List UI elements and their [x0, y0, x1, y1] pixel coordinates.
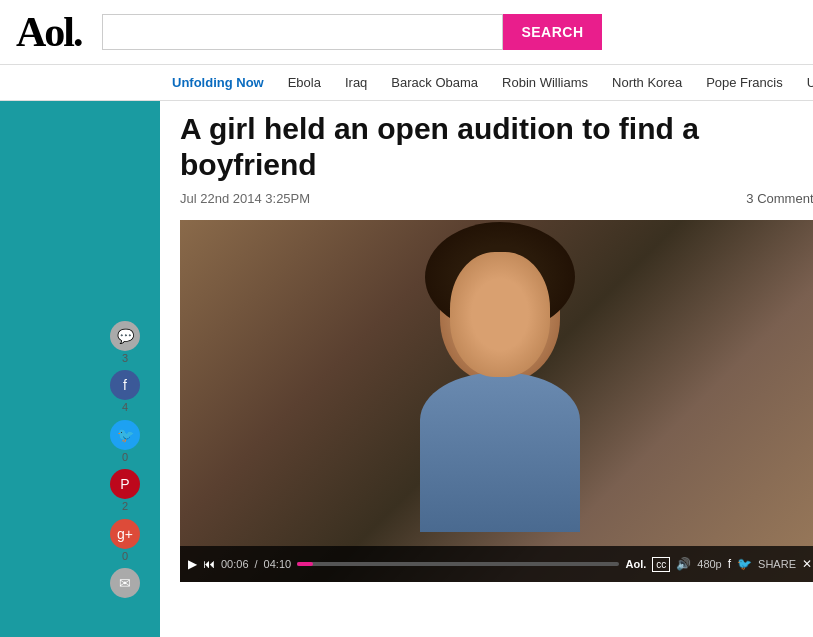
nav-bar: Unfolding NowEbolaIraqBarack ObamaRobin … [0, 65, 813, 101]
search-button[interactable]: SEARCH [503, 14, 601, 50]
nav-item-uber[interactable]: Uber [795, 65, 813, 101]
nav-item-iraq[interactable]: Iraq [333, 65, 379, 101]
nav-item-pope-francis[interactable]: Pope Francis [694, 65, 795, 101]
skip-back-button[interactable]: ⏮ [203, 557, 215, 571]
search-bar: SEARCH [102, 14, 602, 50]
cc-button[interactable]: cc [652, 557, 670, 572]
fullscreen-button[interactable]: ✕ [802, 557, 812, 571]
comment-count: 3 [122, 351, 128, 366]
content-wrapper: 💬 3 f 4 🐦 0 P 2 g+ 0 ✉ A girl held an op… [0, 101, 813, 637]
article-comments[interactable]: 3 Comments [746, 191, 813, 206]
current-time: 00:06 [221, 558, 249, 570]
twitter-share-icon[interactable]: 🐦 [737, 557, 752, 571]
pinterest-icon[interactable]: P [110, 469, 140, 499]
twitter-icon[interactable]: 🐦 [110, 420, 140, 450]
volume-icon[interactable]: 🔊 [676, 557, 691, 571]
google-count: 0 [122, 549, 128, 564]
nav-item-robin-williams[interactable]: Robin Williams [490, 65, 600, 101]
nav-item-barack-obama[interactable]: Barack Obama [379, 65, 490, 101]
social-sidebar: 💬 3 f 4 🐦 0 P 2 g+ 0 ✉ [110, 321, 140, 598]
nav-item-unfolding-now[interactable]: Unfolding Now [160, 65, 276, 101]
quality-label[interactable]: 480p [697, 558, 721, 570]
aol-watermark: Aol. [625, 558, 646, 570]
facebook-social-wrap: f 4 [110, 370, 140, 415]
google-social-wrap: g+ 0 [110, 519, 140, 564]
header: Aol. SEARCH [0, 0, 813, 65]
pinterest-count: 2 [122, 499, 128, 514]
video-container[interactable]: ▶ ⏮ 00:06 / 04:10 Aol. cc 🔊 480p f 🐦 SHA… [180, 220, 813, 582]
video-background [180, 220, 813, 582]
pinterest-social-wrap: P 2 [110, 469, 140, 514]
nav-item-north-korea[interactable]: North Korea [600, 65, 694, 101]
person-face [450, 252, 550, 377]
facebook-share-icon[interactable]: f [728, 557, 731, 571]
play-button[interactable]: ▶ [188, 557, 197, 571]
facebook-count: 4 [122, 400, 128, 415]
nav-item-ebola[interactable]: Ebola [276, 65, 333, 101]
comment-social-wrap: 💬 3 [110, 321, 140, 366]
email-social-wrap: ✉ [110, 568, 140, 598]
main-article: A girl held an open audition to find a b… [160, 101, 813, 637]
person-head [440, 242, 560, 382]
article-date: Jul 22nd 2014 3:25PM [180, 191, 310, 206]
video-person [400, 242, 600, 542]
facebook-icon[interactable]: f [110, 370, 140, 400]
time-separator: / [255, 558, 258, 570]
email-icon[interactable]: ✉ [110, 568, 140, 598]
comment-icon[interactable]: 💬 [110, 321, 140, 351]
duration: 04:10 [264, 558, 292, 570]
progress-fill [297, 562, 313, 566]
video-controls: ▶ ⏮ 00:06 / 04:10 Aol. cc 🔊 480p f 🐦 SHA… [180, 546, 813, 582]
google-icon[interactable]: g+ [110, 519, 140, 549]
aol-logo: Aol. [16, 8, 82, 56]
share-label[interactable]: SHARE [758, 558, 796, 570]
person-body [420, 372, 580, 532]
twitter-count: 0 [122, 450, 128, 465]
article-title: A girl held an open audition to find a b… [180, 111, 810, 183]
progress-bar[interactable] [297, 562, 619, 566]
search-input[interactable] [102, 14, 504, 50]
twitter-social-wrap: 🐦 0 [110, 420, 140, 465]
article-meta: Jul 22nd 2014 3:25PM 3 Comments [180, 191, 813, 206]
